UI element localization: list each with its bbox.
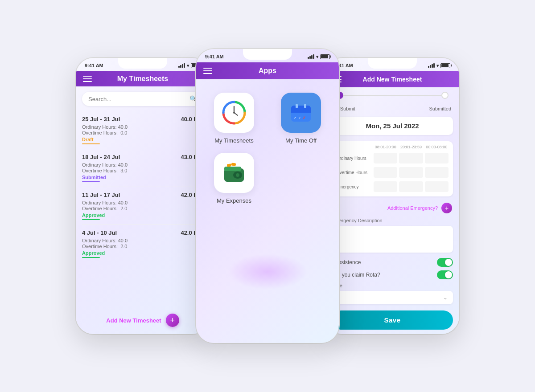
center-wifi-icon: ▾ [316,54,318,59]
svg-rect-18 [231,163,236,166]
expenses-app-label: My Expenses [217,197,251,204]
right-signal-icon [428,63,435,68]
status-badge-1: Draft [82,137,203,142]
svg-point-4 [233,112,235,114]
subsistence-toggle-row: Subsistence [332,258,453,267]
timesheet-dates-3: 11 Jul - 17 Jul [82,192,120,198]
type-dropdown-section: Type ⌄ [332,283,453,304]
center-header-title: Apps [259,67,276,75]
overtime-input-1[interactable] [374,167,397,178]
timesheets-icon-box [214,93,254,133]
save-button[interactable]: Save [332,310,453,330]
add-emergency-button[interactable]: + [441,203,452,213]
timesheets-app-label: My Timesheets [214,137,253,144]
svg-rect-8 [296,104,298,108]
emergency-input-2[interactable] [399,181,423,192]
step-dot-inactive [441,92,449,99]
timesheet-item-2[interactable]: 18 Jul - 24 Jul 43.0 Hrs Ordinary Hours:… [82,149,203,187]
timesheet-dates-4: 4 Jul - 10 Jul [82,229,117,236]
right-content: To Submit Submitted Mon, 25 Jul 2022 08:… [325,87,459,334]
search-input[interactable] [88,96,189,102]
center-status-time: 9:41 AM [205,54,224,59]
decorative-glow [227,254,308,290]
step-line [343,95,441,96]
status-badge-3: Approved [82,212,203,218]
step-label-submitted: Submitted [429,106,451,111]
rota-toggle[interactable] [437,270,453,279]
progress-stepper [332,92,453,99]
app-my-expenses[interactable]: My Expenses [205,153,263,204]
type-dropdown[interactable]: ⌄ [332,291,453,304]
left-header-title: My Timesheets [117,75,168,83]
right-status-icons: ▾ [428,63,450,68]
timeoff-icon-box: ✓ ✓ ✗ [281,93,321,133]
left-phone: 9:41 AM ▾ My Timesheets [76,58,210,334]
emergency-label: Emergency [336,184,372,189]
subsistence-toggle[interactable] [437,258,453,267]
overtime-input-3[interactable] [425,167,449,178]
emergency-description-input[interactable] [332,226,453,253]
ordinary-input-1[interactable] [374,153,397,163]
right-notch [368,58,417,69]
svg-point-16 [236,173,239,177]
rota-label: Will you claim Rota? [332,272,380,278]
center-signal-icon [308,54,314,59]
overtime-hours-label: Overtime Hours [336,170,372,175]
emergency-input-3[interactable] [425,181,449,192]
svg-text:✓: ✓ [298,116,301,120]
col-header-2: 20:01-23:59 [399,145,423,149]
ordinary-hours-row: Ordinary Hours [332,151,453,165]
status-badge-4: Approved [82,250,203,256]
center-battery-icon [320,54,330,59]
status-badge-2: Submitted [82,175,203,180]
timesheet-item-3[interactable]: 11 Jul - 17 Jul 42.0 Hrs Ordinary Hours:… [82,187,203,225]
apps-grid: My Timesheets [196,79,339,217]
overtime-input-2[interactable] [399,167,423,178]
timesheet-item-1[interactable]: 25 Jul - 31 Jul 40.0 Hrs Ordinary Hours:… [82,111,203,149]
add-emergency-section: Additional Emergency? + [332,203,453,213]
timesheet-dates-1: 25 Jul - 31 Jul [82,116,120,122]
ordinary-input-3[interactable] [425,153,449,163]
svg-text:✗: ✗ [303,116,306,120]
status-line-3 [82,219,100,220]
expenses-icon-svg [221,159,247,186]
hours-table: 08:01-20:00 20:01-23:59 00:00-08:00 Ordi… [332,141,453,196]
timeoff-app-label: My Time Off [285,137,317,144]
add-new-label[interactable]: Add New Timesheet [106,317,161,324]
search-bar[interactable]: 🔍 [82,92,203,106]
hours-table-header: 08:01-20:00 20:01-23:59 00:00-08:00 [332,141,453,151]
center-phone: 9:41 AM ▾ Apps [196,49,339,343]
left-app-header: My Timesheets [76,71,210,86]
svg-rect-14 [224,167,241,171]
app-my-time-off[interactable]: ✓ ✓ ✗ My Time Off [272,93,330,144]
timesheet-list: 25 Jul - 31 Jul 40.0 Hrs Ordinary Hours:… [76,111,210,262]
timeoff-icon-svg: ✓ ✓ ✗ [288,99,314,126]
right-header-title: Add New Timesheet [363,76,422,83]
timesheet-details-1: Ordinary Hours: 40.0 Overtime Hours: 0.0… [82,124,203,144]
signal-icon [178,63,185,68]
col-header-3: 00:00-08:00 [425,145,449,149]
step-labels: To Submit Submitted [332,106,453,111]
ordinary-hours-label: Ordinary Hours [336,156,372,161]
date-display[interactable]: Mon, 25 Jul 2022 [332,117,453,135]
emergency-desc-label: Emergency Description [332,218,453,223]
right-phone: 9:41 AM ▾ Add New Timesheet [325,58,459,334]
app-my-timesheets[interactable]: My Timesheets [205,93,263,144]
add-new-button[interactable]: + [166,314,179,327]
wifi-icon: ▾ [187,63,189,68]
left-notch [118,58,167,69]
timesheet-dates-2: 18 Jul - 24 Jul [82,154,120,160]
right-wifi-icon: ▾ [436,63,439,68]
center-app-header: Apps [196,62,339,79]
type-label: Type [332,283,453,288]
center-hamburger-icon[interactable] [203,68,212,74]
svg-rect-7 [291,110,311,113]
emergency-input-1[interactable] [374,181,397,192]
timesheet-item-4[interactable]: 4 Jul - 10 Jul 42.0 Hrs Ordinary Hours: … [82,225,203,262]
timesheets-icon-svg [221,99,247,126]
timesheet-details-2: Ordinary Hours: 40.0 Overtime Hours: 3.0… [82,162,203,182]
ordinary-input-2[interactable] [399,153,423,163]
overtime-hours-row: Overtime Hours [332,165,453,180]
svg-rect-17 [227,163,232,167]
left-hamburger-icon[interactable] [83,76,92,82]
